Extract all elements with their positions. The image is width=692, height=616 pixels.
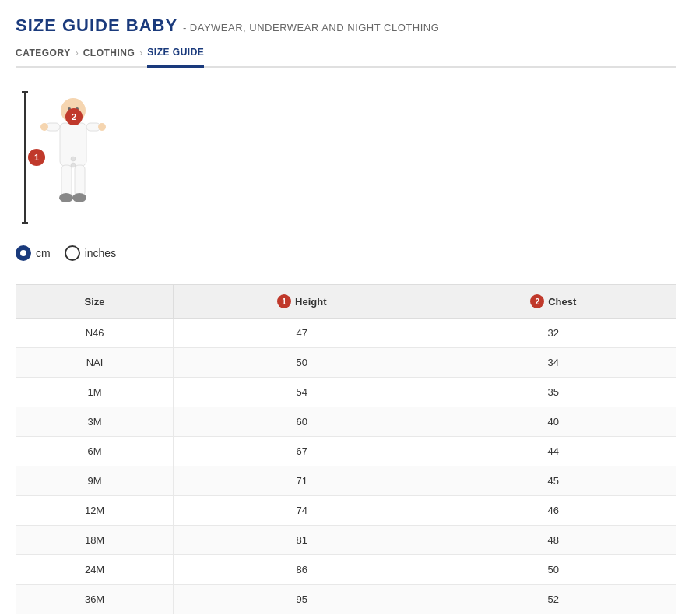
cell-chest: 52 <box>430 585 676 614</box>
cell-chest: 50 <box>430 555 676 585</box>
title-baby: baby <box>126 16 177 35</box>
cell-chest: 40 <box>430 407 676 437</box>
cell-chest: 34 <box>430 348 676 378</box>
badge-1: 1 <box>28 149 45 166</box>
table-header-row: Size 1 Height 2 Chest <box>16 285 676 319</box>
table-row: 24M 86 50 <box>16 555 676 585</box>
cm-label: cm <box>36 247 51 259</box>
table-row: 9M 71 45 <box>16 466 676 496</box>
cm-radio[interactable] <box>16 245 31 261</box>
unit-selector: cm inches <box>16 245 116 261</box>
table-body: N46 47 32 NAI 50 34 1M 54 35 3M 60 40 6M… <box>16 319 676 614</box>
cell-height: 95 <box>174 585 430 614</box>
cell-size: 1M <box>16 378 174 407</box>
cell-size: 18M <box>16 526 174 555</box>
height-badge: 1 <box>277 294 291 308</box>
cell-height: 60 <box>174 407 430 437</box>
breadcrumb-sep-1: › <box>76 48 79 58</box>
table-row: 18M 81 48 <box>16 526 676 555</box>
table-row: 12M 74 46 <box>16 496 676 526</box>
cell-size: 24M <box>16 555 174 585</box>
cell-size: 9M <box>16 466 174 496</box>
cell-size: 6M <box>16 437 174 466</box>
cell-size: 12M <box>16 496 174 526</box>
svg-rect-6 <box>61 165 72 196</box>
cell-height: 54 <box>174 378 430 407</box>
breadcrumb-sep-2: › <box>139 48 142 58</box>
inches-option[interactable]: inches <box>65 245 116 261</box>
inches-label: inches <box>85 247 116 259</box>
table-row: 36M 95 52 <box>16 585 676 614</box>
cell-height: 71 <box>174 466 430 496</box>
svg-point-4 <box>40 123 48 131</box>
cell-chest: 45 <box>430 466 676 496</box>
cell-size: 36M <box>16 585 174 614</box>
table-row: 1M 54 35 <box>16 378 676 407</box>
svg-rect-7 <box>75 165 85 196</box>
cell-height: 86 <box>174 555 430 585</box>
cell-size: 3M <box>16 407 174 437</box>
table-row: NAI 50 34 <box>16 348 676 378</box>
baby-figure-container: 1 2 <box>16 91 112 224</box>
svg-point-9 <box>72 193 86 202</box>
page-container: SIZE GUIDE baby - DAYWEAR, UNDERWEAR AND… <box>0 0 692 616</box>
svg-point-12 <box>71 163 76 167</box>
breadcrumb-clothing[interactable]: CLOTHING <box>83 48 135 58</box>
svg-point-13 <box>71 157 76 161</box>
badge-2: 2 <box>65 108 83 125</box>
cell-height: 50 <box>174 348 430 378</box>
measurement-section: 1 2 <box>16 91 676 261</box>
cell-size: N46 <box>16 319 174 348</box>
col-header-height: 1 Height <box>174 285 430 319</box>
cm-option[interactable]: cm <box>16 245 51 261</box>
chest-badge: 2 <box>530 294 544 308</box>
svg-point-8 <box>59 193 73 202</box>
table-row: 6M 67 44 <box>16 437 676 466</box>
cell-height: 74 <box>174 496 430 526</box>
breadcrumb-size-guide[interactable]: SIZE GUIDE <box>147 47 204 68</box>
cell-chest: 32 <box>430 319 676 348</box>
cell-size: NAI <box>16 348 174 378</box>
page-title: SIZE GUIDE baby - DAYWEAR, UNDERWEAR AND… <box>16 16 676 36</box>
inches-radio[interactable] <box>65 245 80 261</box>
cell-height: 67 <box>174 437 430 466</box>
svg-point-5 <box>98 123 106 131</box>
baby-figure: 1 2 <box>34 91 112 224</box>
col-header-chest: 2 Chest <box>430 285 676 319</box>
title-sub: - DAYWEAR, UNDERWEAR AND NIGHT CLOTHING <box>183 22 439 33</box>
cell-chest: 44 <box>430 437 676 466</box>
cell-height: 81 <box>174 526 430 555</box>
breadcrumb: CATEGORY › CLOTHING › SIZE GUIDE <box>16 47 676 68</box>
cell-chest: 35 <box>430 378 676 407</box>
cell-chest: 46 <box>430 496 676 526</box>
cell-height: 47 <box>174 319 430 348</box>
height-line <box>24 91 26 224</box>
breadcrumb-category[interactable]: CATEGORY <box>16 48 71 58</box>
table-row: 3M 60 40 <box>16 407 676 437</box>
title-main: SIZE GUIDE <box>16 16 121 35</box>
col-header-size: Size <box>16 285 174 319</box>
table-row: N46 47 32 <box>16 319 676 348</box>
size-table: Size 1 Height 2 Chest N46 47 <box>16 284 676 614</box>
cell-chest: 48 <box>430 526 676 555</box>
